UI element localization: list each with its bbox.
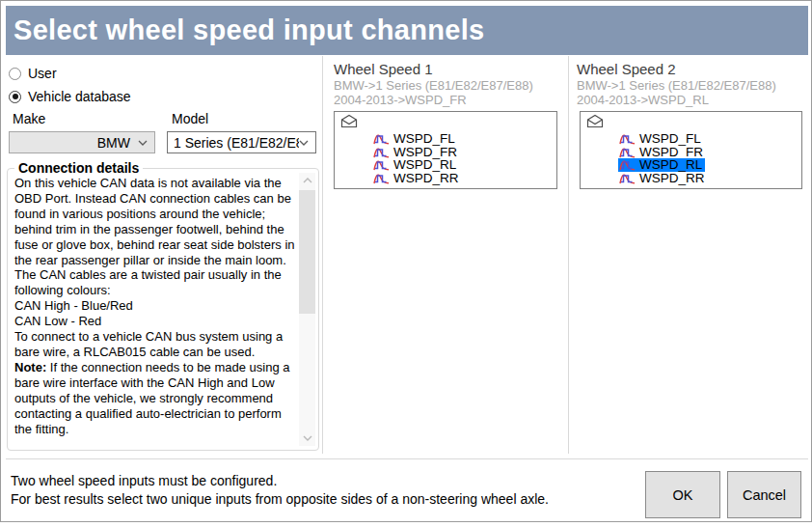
wheel-speed-2-list[interactable]: WSPD_FL WSPD_FR WSPD_RL WSPD_RR [580, 111, 802, 189]
note-paragraph: Note: If the connection needs to be made… [14, 360, 297, 437]
waveform-icon [619, 158, 636, 171]
channel-item[interactable]: WSPD_FL [372, 132, 458, 146]
waveform-icon [619, 172, 636, 184]
scrollbar-thumb[interactable] [299, 190, 315, 314]
connection-details-title: Connection details [14, 160, 143, 176]
cancel-button[interactable]: Cancel [727, 471, 801, 518]
channel-label: WSPD_RR [393, 171, 459, 185]
envelope-icon[interactable] [586, 114, 604, 128]
waveform-icon [373, 158, 390, 171]
waveform-icon [619, 146, 636, 158]
model-label: Model [172, 111, 208, 126]
dialog-header: Select wheel speed input channels [6, 6, 808, 55]
user-radio[interactable]: User [9, 66, 57, 81]
model-dropdown-value: 1 Series (E81/E82/E87/E8 [168, 135, 299, 151]
connection-paragraph: On this vehicle CAN data is not availabl… [14, 176, 297, 267]
vertical-divider [568, 56, 569, 454]
connection-paragraph: The CAN cables are a twisted pair usuall… [14, 267, 297, 298]
channel-item-selected[interactable]: WSPD_RL [618, 158, 705, 172]
waveform-icon [373, 146, 390, 158]
radio-icon[interactable] [9, 68, 21, 80]
channel-item[interactable]: WSPD_FR [372, 146, 460, 159]
footer-message-line2: For best results select two unique input… [11, 491, 549, 507]
footer-divider [6, 458, 808, 459]
vehicle-database-radio-label: Vehicle database [28, 89, 131, 104]
make-label: Make [13, 111, 45, 126]
wheel-speed-1-title: Wheel Speed 1 [334, 61, 433, 77]
wheel-speed-1-list[interactable]: WSPD_FL WSPD_FR WSPD_RL WSPD_RR [334, 111, 557, 189]
scroll-up-icon[interactable] [303, 178, 312, 183]
can-low-line: CAN Low - Red [14, 314, 297, 329]
waveform-icon [619, 132, 636, 145]
channel-item[interactable]: WSPD_RR [372, 172, 462, 185]
wheel-speed-1-vehicle-path: BMW->1 Series (E81/E82/E87/E88) [334, 78, 533, 93]
scroll-down-icon[interactable] [303, 435, 312, 441]
connection-paragraph: To connect to a vehicle CAN bus system u… [14, 329, 297, 360]
can-high-line: CAN High - Blue/Red [14, 298, 297, 314]
note-label: Note: [14, 360, 46, 374]
channel-item[interactable]: WSPD_RR [618, 172, 708, 185]
waveform-icon [373, 172, 390, 184]
wheel-speed-2-channel-path: 2004-2013->WSPD_RL [577, 93, 709, 107]
dialog-title: Select wheel speed input channels [6, 14, 485, 46]
channel-item[interactable]: WSPD_FL [618, 132, 704, 146]
user-radio-label: User [28, 66, 57, 81]
select-wheel-speed-dialog: Select wheel speed input channels User V… [0, 0, 812, 522]
wheel-speed-2-title: Wheel Speed 2 [577, 61, 676, 77]
vertical-divider [322, 56, 323, 454]
footer-message-line1: Two wheel speed inputs must be configure… [11, 473, 277, 488]
make-dropdown[interactable]: BMW [9, 131, 155, 153]
channel-label: WSPD_RR [639, 171, 705, 185]
vehicle-database-radio[interactable]: Vehicle database [9, 89, 131, 104]
channel-item[interactable]: WSPD_RL [372, 158, 459, 172]
chevron-down-icon [299, 140, 309, 146]
radio-icon[interactable] [9, 91, 21, 103]
make-dropdown-value: BMW [10, 135, 138, 151]
waveform-icon [373, 132, 390, 145]
connection-details-scrollbar[interactable] [299, 173, 315, 446]
wheel-speed-2-vehicle-path: BMW->1 Series (E81/E82/E87/E88) [577, 78, 776, 93]
wheel-speed-1-channel-path: 2004-2013->WSPD_FR [334, 93, 467, 107]
model-dropdown[interactable]: 1 Series (E81/E82/E87/E8 [167, 131, 316, 153]
connection-details-text: On this vehicle CAN data is not availabl… [14, 176, 297, 444]
note-text: If the connection needs to be made using… [14, 360, 289, 436]
ok-button[interactable]: OK [645, 471, 720, 518]
envelope-icon[interactable] [340, 114, 358, 128]
chevron-down-icon [138, 140, 148, 146]
channel-item[interactable]: WSPD_FR [618, 146, 706, 159]
